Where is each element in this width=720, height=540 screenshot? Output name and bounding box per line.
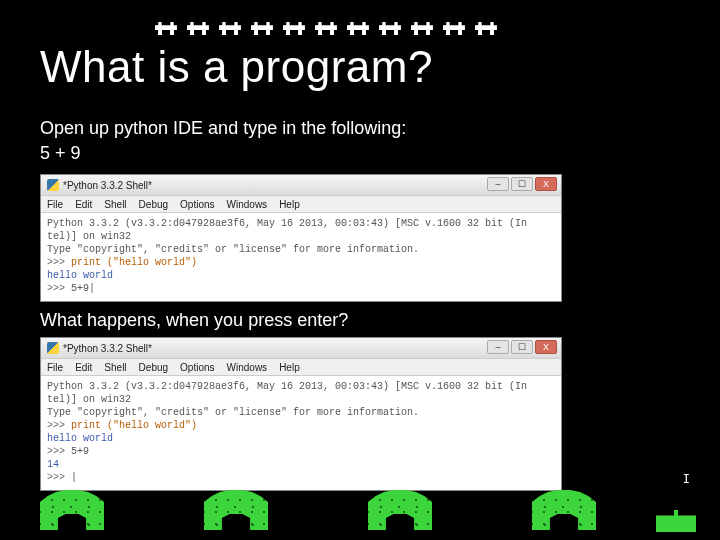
menu-edit[interactable]: Edit <box>75 199 92 210</box>
print-call: print ("hello world") <box>71 420 197 431</box>
space-invader-icon <box>219 18 241 34</box>
print-call: print ("hello world") <box>71 257 197 268</box>
space-invader-icon <box>443 18 465 34</box>
instruction-text: Open up python IDE and type in the follo… <box>40 118 680 139</box>
menu-options[interactable]: Options <box>180 362 214 373</box>
score-indicator: I <box>683 472 690 486</box>
prompt: >>> <box>47 472 65 483</box>
menu-help[interactable]: Help <box>279 362 300 373</box>
minimize-button[interactable]: – <box>487 340 509 354</box>
menu-help[interactable]: Help <box>279 199 300 210</box>
prompt: >>> <box>47 257 65 268</box>
banner-line: Type "copyright", "credits" or "license"… <box>47 244 419 255</box>
invader-row <box>155 18 497 34</box>
idle-menubar: File Edit Shell Debug Options Windows He… <box>41 195 561 213</box>
menu-options[interactable]: Options <box>180 199 214 210</box>
output-line: hello world <box>47 270 113 281</box>
prompt: >>> <box>47 420 65 431</box>
space-invader-icon <box>187 18 209 34</box>
banner-line: tel)] on win32 <box>47 231 131 242</box>
idle-console-after[interactable]: Python 3.3.2 (v3.3.2:d047928ae3f6, May 1… <box>41 376 561 490</box>
close-button[interactable]: X <box>535 340 557 354</box>
idle-console-before[interactable]: Python 3.3.2 (v3.3.2:d047928ae3f6, May 1… <box>41 213 561 301</box>
bunker-icon <box>532 490 596 530</box>
menu-shell[interactable]: Shell <box>104 199 126 210</box>
window-buttons: – ☐ X <box>487 177 557 191</box>
window-buttons: – ☐ X <box>487 340 557 354</box>
space-invader-icon <box>315 18 337 34</box>
banner-line: tel)] on win32 <box>47 394 131 405</box>
cursor: | <box>71 472 77 483</box>
bunker-row <box>40 490 596 530</box>
idle-window-title: *Python 3.3.2 Shell* <box>63 180 152 191</box>
cannon-icon <box>656 510 696 532</box>
expression-text: 5 + 9 <box>40 143 680 164</box>
idle-window-title: *Python 3.3.2 Shell* <box>63 343 152 354</box>
slide-body: Open up python IDE and type in the follo… <box>40 118 680 499</box>
slide-title: What is a program? <box>40 42 433 92</box>
menu-debug[interactable]: Debug <box>139 199 168 210</box>
menu-file[interactable]: File <box>47 362 63 373</box>
cursor: | <box>89 283 95 294</box>
bunker-icon <box>40 490 104 530</box>
idle-titlebar: *Python 3.3.2 Shell* – ☐ X <box>41 175 561 195</box>
close-button[interactable]: X <box>535 177 557 191</box>
space-invader-icon <box>283 18 305 34</box>
bunker-icon <box>368 490 432 530</box>
idle-titlebar: *Python 3.3.2 Shell* – ☐ X <box>41 338 561 358</box>
prompt: >>> <box>47 283 65 294</box>
menu-windows[interactable]: Windows <box>227 199 268 210</box>
menu-edit[interactable]: Edit <box>75 362 92 373</box>
minimize-button[interactable]: – <box>487 177 509 191</box>
bunker-icon <box>204 490 268 530</box>
idle-menubar: File Edit Shell Debug Options Windows He… <box>41 358 561 376</box>
slide: What is a program? Open up python IDE an… <box>0 0 720 540</box>
space-invader-icon <box>379 18 401 34</box>
menu-shell[interactable]: Shell <box>104 362 126 373</box>
prompt: >>> <box>47 446 65 457</box>
typed-expr: 5+9 <box>71 283 89 294</box>
output-line: hello world <box>47 433 113 444</box>
question-text: What happens, when you press enter? <box>40 310 680 331</box>
banner-line: Type "copyright", "credits" or "license"… <box>47 407 419 418</box>
idle-window-before: *Python 3.3.2 Shell* – ☐ X File Edit She… <box>40 174 562 302</box>
space-invader-icon <box>155 18 177 34</box>
result-line: 14 <box>47 459 59 470</box>
maximize-button[interactable]: ☐ <box>511 177 533 191</box>
banner-line: Python 3.3.2 (v3.3.2:d047928ae3f6, May 1… <box>47 218 527 229</box>
python-icon <box>47 179 59 191</box>
python-icon <box>47 342 59 354</box>
space-invader-icon <box>347 18 369 34</box>
menu-debug[interactable]: Debug <box>139 362 168 373</box>
space-invader-icon <box>251 18 273 34</box>
typed-expr: 5+9 <box>71 446 89 457</box>
space-invader-icon <box>475 18 497 34</box>
space-invader-icon <box>411 18 433 34</box>
banner-line: Python 3.3.2 (v3.3.2:d047928ae3f6, May 1… <box>47 381 527 392</box>
idle-window-after: *Python 3.3.2 Shell* – ☐ X File Edit She… <box>40 337 562 491</box>
menu-file[interactable]: File <box>47 199 63 210</box>
maximize-button[interactable]: ☐ <box>511 340 533 354</box>
menu-windows[interactable]: Windows <box>227 362 268 373</box>
